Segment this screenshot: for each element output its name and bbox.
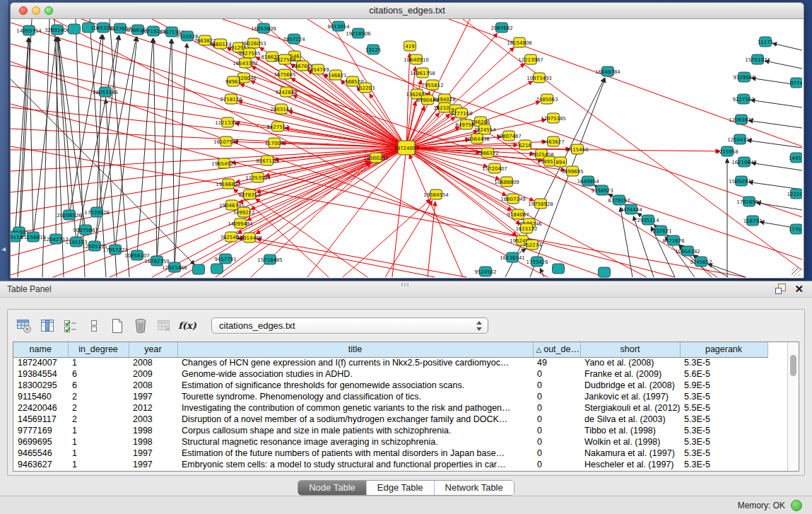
table-cell[interactable]: 1	[68, 448, 129, 459]
column-header-name[interactable]: name	[13, 342, 68, 357]
network-node[interactable]: 18640910	[404, 54, 429, 64]
table-row[interactable]: 969969511998Structural magnetic resonanc…	[13, 436, 767, 448]
table-cell[interactable]: 18724007	[13, 357, 68, 368]
table-cell[interactable]: 2008	[129, 357, 177, 368]
table-cell[interactable]: 5.3E-5	[680, 448, 767, 459]
table-cell[interactable]: Dudbridge et al. (2008)	[580, 380, 680, 391]
sidebar-collapse-strip[interactable]: ◀	[0, 0, 9, 281]
network-node[interactable]: 10807487	[496, 131, 522, 141]
table-cell[interactable]: Tibbo et al. (1998)	[580, 425, 680, 436]
table-cell[interactable]: 5.3E-5	[680, 425, 767, 436]
table-cell[interactable]: Wolkin et al. (1998)	[580, 436, 680, 448]
table-mode-icon[interactable]	[15, 317, 33, 335]
table-cell[interactable]: 9463627	[13, 459, 68, 470]
table-cell[interactable]: Stergiakouli et al. (2012)	[580, 402, 680, 414]
network-node[interactable]: 17339928	[84, 207, 110, 217]
table-row[interactable]: 977716911998Corpus callosum shape and si…	[13, 425, 767, 436]
table-cell[interactable]: 0	[533, 448, 580, 459]
table-cell[interactable]: 1	[68, 459, 129, 470]
table-cell[interactable]: 5.3E-5	[680, 459, 767, 470]
network-node[interactable]: 19384554	[423, 189, 449, 199]
table-cell[interactable]: Estimation of the future numbers of pati…	[177, 448, 533, 459]
network-node[interactable]: 6216	[519, 140, 531, 150]
table-cell[interactable]: Changes of HCN gene expression and I(f) …	[177, 357, 533, 368]
network-node[interactable]: 6379197	[608, 195, 630, 205]
table-cell[interactable]: 9699695	[13, 436, 68, 448]
column-header-out_de[interactable]: △out_de…	[533, 342, 580, 357]
table-cell[interactable]: 1997	[129, 459, 177, 470]
column-header-in_degree[interactable]: in_degree	[68, 342, 129, 357]
table-cell[interactable]: 1997	[129, 448, 177, 459]
table-cell[interactable]: 5.5E-5	[680, 402, 767, 414]
table-scrollbar[interactable]	[787, 342, 799, 471]
close-button[interactable]	[19, 6, 28, 15]
network-node[interactable]: 20206526	[57, 210, 82, 220]
delete-columns-icon[interactable]	[131, 317, 150, 335]
network-node[interactable]: 9457791	[214, 254, 236, 264]
network-window-titlebar[interactable]: citations_edges.txt	[11, 3, 804, 19]
table-cell[interactable]: 2	[68, 414, 129, 425]
network-node[interactable]: 2935114	[637, 215, 659, 225]
network-node[interactable]: 16648784	[595, 66, 620, 76]
table-row[interactable]: 1938455462009Genome-wide association stu…	[13, 368, 767, 380]
scrollbar-thumb[interactable]	[790, 355, 796, 376]
table-cell[interactable]: Disruption of a novel member of a sodium…	[177, 414, 533, 425]
network-node[interactable]: 9774	[790, 78, 802, 88]
network-node[interactable]: 10654182	[675, 246, 700, 256]
minimize-button[interactable]	[32, 6, 40, 15]
table-cell[interactable]: 0	[533, 368, 580, 380]
network-node[interactable]: 116753	[743, 216, 763, 226]
show-columns-icon[interactable]	[38, 317, 57, 335]
network-node[interactable]: 28053346	[93, 87, 118, 97]
table-cell[interactable]: 5.3E-5	[680, 414, 767, 425]
table-cell[interactable]: Corpus callosum shape and size in male p…	[177, 425, 533, 436]
table-cell[interactable]: Investigating the contribution of common…	[177, 402, 533, 414]
network-node[interactable]: 10688609	[494, 177, 519, 187]
memory-status-icon[interactable]	[791, 500, 802, 511]
table-cell[interactable]: 2008	[129, 380, 177, 391]
network-node[interactable]	[553, 264, 565, 274]
select-columns-icon[interactable]	[61, 317, 80, 335]
table-cell[interactable]: Nakamura et al. (1997)	[580, 448, 680, 459]
table-selector-dropdown[interactable]: citations_edges.txt	[211, 317, 488, 334]
network-node[interactable]: 1640954	[577, 176, 599, 186]
network-node[interactable]: 17703	[789, 224, 802, 234]
close-panel-icon[interactable]: ✕	[794, 284, 804, 294]
table-row[interactable]: 1830029562008Estimation of significance …	[13, 380, 767, 391]
network-node[interactable]: 19166852	[216, 179, 241, 189]
table-row[interactable]: 946554611997Estimation of the future num…	[13, 448, 767, 459]
network-node[interactable]: 15751074	[745, 54, 770, 64]
table-cell[interactable]: 1	[68, 436, 129, 448]
network-node[interactable]: 2718126	[220, 94, 242, 104]
resize-grip[interactable]	[792, 267, 801, 276]
table-cell[interactable]: 22420046	[13, 402, 68, 414]
network-node[interactable]	[69, 24, 81, 34]
network-node[interactable]: 16154808	[507, 37, 532, 47]
network-node[interactable]: 9699695	[561, 166, 583, 176]
table-cell[interactable]: 1	[68, 357, 129, 368]
table-cell[interactable]: 5.9E-5	[680, 380, 767, 391]
table-cell[interactable]: Tourette syndrome. Phenomenology and cla…	[177, 391, 533, 402]
network-node[interactable]: 122103	[787, 189, 802, 199]
network-node[interactable]: 14451	[789, 153, 802, 163]
network-node[interactable]: 9524502	[474, 267, 496, 276]
network-node[interactable]: 10973493	[526, 73, 552, 83]
network-node[interactable]: 11171	[758, 37, 773, 47]
create-column-icon[interactable]	[108, 317, 126, 335]
delete-table-icon[interactable]	[155, 317, 173, 335]
column-header-title[interactable]: title	[177, 342, 533, 357]
table-cell[interactable]: 18300295	[13, 380, 68, 391]
network-node[interactable]: 13125	[365, 45, 381, 54]
table-row[interactable]: 911546021997Tourette syndrome. Phenomeno…	[13, 391, 767, 402]
network-node[interactable]	[211, 264, 223, 274]
network-node[interactable]: 18724007	[394, 141, 419, 155]
network-node[interactable]: 1733426	[526, 257, 548, 267]
table-cell[interactable]: 9777169	[13, 425, 68, 436]
network-node[interactable]: 14055714	[16, 25, 42, 35]
table-cell[interactable]: 0	[533, 391, 580, 402]
network-node[interactable]: 17916504	[736, 197, 762, 206]
network-node[interactable]: 894	[555, 157, 567, 167]
table-cell[interactable]: 1998	[129, 425, 177, 436]
network-node[interactable]: 9329946	[733, 72, 755, 82]
network-node[interactable]: 419	[404, 41, 416, 51]
